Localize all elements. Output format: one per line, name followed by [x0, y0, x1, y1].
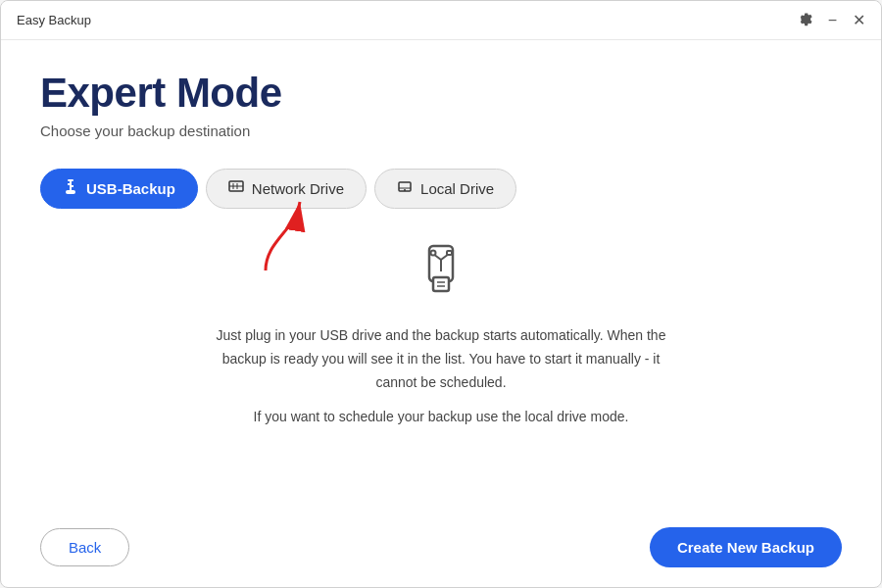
create-backup-button[interactable]: Create New Backup — [650, 527, 842, 567]
tab-network-label: Network Drive — [252, 180, 344, 197]
main-content: Expert Mode Choose your backup destinati… — [1, 40, 881, 512]
page-subtitle: Choose your backup destination — [40, 122, 842, 139]
app-window: Easy Backup − ✕ Expert Mode Choose your … — [0, 0, 882, 588]
tab-local-label: Local Drive — [420, 180, 494, 197]
tab-local-drive[interactable]: Local Drive — [374, 169, 516, 209]
minimize-icon[interactable]: − — [828, 13, 837, 28]
content-section: Just plug in your USB drive and the back… — [40, 238, 842, 492]
tab-usb-label: USB-Backup — [86, 180, 175, 197]
local-tab-icon — [397, 179, 413, 198]
usb-tab-icon — [63, 179, 78, 198]
svg-rect-1 — [70, 181, 72, 190]
footer: Back Create New Backup — [1, 512, 881, 587]
tab-row: USB-Backup Network Drive — [40, 169, 842, 209]
svg-rect-4 — [72, 185, 74, 187]
network-tab-icon — [228, 179, 244, 198]
description-schedule: If you want to schedule your backup use … — [254, 406, 629, 429]
description-main: Just plug in your USB drive and the back… — [216, 324, 666, 394]
svg-rect-18 — [447, 251, 452, 255]
back-button[interactable]: Back — [40, 528, 129, 566]
svg-rect-2 — [66, 190, 75, 194]
close-icon[interactable]: ✕ — [853, 13, 865, 28]
svg-point-17 — [431, 251, 436, 256]
svg-point-11 — [404, 189, 406, 191]
tab-network-drive[interactable]: Network Drive — [206, 169, 367, 209]
svg-rect-13 — [433, 277, 449, 291]
window-controls: − ✕ — [795, 10, 865, 30]
settings-icon[interactable] — [795, 10, 812, 30]
page-title: Expert Mode — [40, 70, 842, 117]
usb-drive-icon — [410, 238, 472, 305]
tab-usb-backup[interactable]: USB-Backup — [40, 169, 198, 209]
app-title: Easy Backup — [17, 13, 91, 27]
svg-rect-0 — [68, 179, 74, 181]
svg-rect-3 — [68, 183, 70, 185]
title-bar: Easy Backup − ✕ — [1, 1, 881, 40]
